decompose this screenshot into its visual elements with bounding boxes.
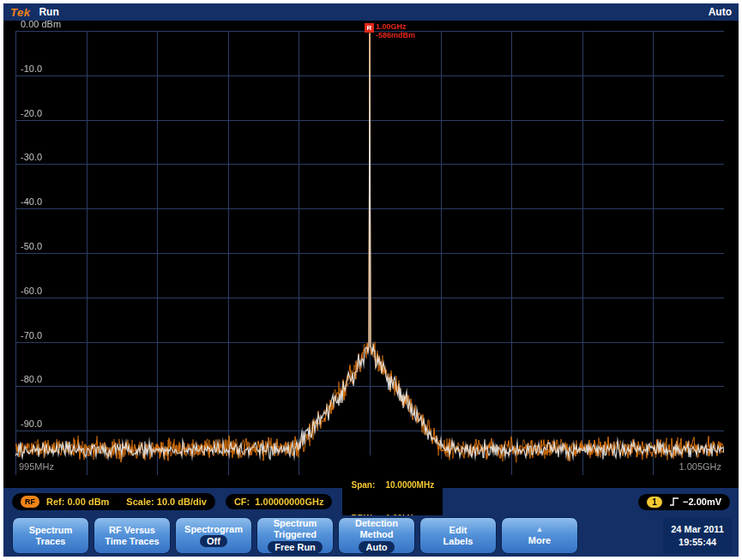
trigger-level-value: −2.00mV — [683, 497, 721, 507]
marker-flag-icon: R — [365, 23, 374, 33]
bottom-menu-bar: Spectrum Traces RF Versus Time Traces Sp… — [3, 515, 739, 557]
spectrogram-value: Off — [200, 535, 227, 547]
trigger-mode-status: Auto — [709, 6, 732, 18]
time-text: 19:55:44 — [679, 536, 716, 548]
channel-1-badge: 1 — [647, 497, 662, 508]
y-axis-label: -80.0 — [21, 375, 42, 384]
y-axis-labels: 0.00 dBm-10.0-20.0-30.0-40.0-50.0-60.0-7… — [21, 31, 81, 475]
span-value: 10.0000MHz — [385, 479, 434, 491]
top-status-bar: Tek Run Auto — [3, 3, 739, 21]
marker-readout: 1.00GHz -586mdBm — [376, 23, 415, 40]
acquisition-status: Run — [39, 6, 58, 18]
y-axis-label: -50.0 — [21, 242, 42, 251]
reference-marker: R 1.00GHz -586mdBm — [365, 23, 415, 40]
tek-logo: Tek — [10, 6, 30, 19]
ref-level-readout: Ref: 0.00 dBm — [46, 497, 109, 507]
spectrum-triggered-value: Free Run — [268, 541, 323, 553]
readout-strip: RF Ref: 0.00 dBm Scale: 10.0 dB/div CF: … — [3, 488, 739, 515]
y-axis-label: -60.0 — [21, 286, 42, 296]
rf-channel-badge: RF — [21, 496, 39, 508]
oscilloscope-screen: Tek Run Auto 0.00 dBm-10.0-20.0-30.0-40.… — [3, 3, 739, 557]
spectrum-plot-canvas — [15, 31, 724, 475]
y-axis-label: -70.0 — [21, 331, 42, 340]
ref-scale-readout: RF Ref: 0.00 dBm Scale: 10.0 dB/div — [12, 493, 215, 510]
date-text: 24 Mar 2011 — [671, 523, 724, 535]
y-axis-label: -30.0 — [21, 153, 42, 162]
marker-amplitude: -586mdBm — [376, 31, 415, 39]
x-axis-stop-label: 1.005GHz — [679, 461, 721, 472]
spectrum-traces-button[interactable]: Spectrum Traces — [12, 517, 89, 554]
y-axis-label: 0.00 dBm — [21, 20, 61, 29]
more-button[interactable]: ▲ More — [501, 517, 578, 554]
rf-versus-time-traces-button[interactable]: RF Versus Time Traces — [94, 517, 171, 554]
center-frequency-readout: CF: 1.00000000GHz — [226, 494, 333, 509]
trigger-level-readout: 1 −2.00mV — [638, 494, 730, 510]
span-label: Span: — [351, 479, 385, 491]
detection-method-button[interactable]: Detection Method Auto — [338, 517, 415, 554]
detection-method-value: Auto — [359, 541, 394, 553]
scale-readout: Scale: 10.0 dB/div — [126, 497, 207, 507]
y-axis-label: -20.0 — [21, 109, 42, 118]
marker-frequency: 1.00GHz — [376, 22, 407, 31]
up-arrow-icon: ▲ — [536, 526, 544, 533]
trigger-slope-icon — [669, 497, 679, 507]
spectrogram-button[interactable]: Spectrogram Off — [175, 517, 252, 554]
spectrum-triggered-button[interactable]: Spectrum Triggered Free Run — [256, 517, 334, 554]
date-time-display: 24 Mar 2011 19:55:44 — [663, 517, 732, 554]
edit-labels-button[interactable]: Edit Labels — [419, 517, 497, 554]
y-axis-label: -90.0 — [21, 419, 42, 429]
y-axis-label: -40.0 — [21, 197, 42, 207]
spectrum-display: 0.00 dBm-10.0-20.0-30.0-40.0-50.0-60.0-7… — [3, 21, 739, 488]
y-axis-label: -10.0 — [21, 64, 42, 74]
x-axis-start-label: 995MHz — [19, 461, 54, 472]
